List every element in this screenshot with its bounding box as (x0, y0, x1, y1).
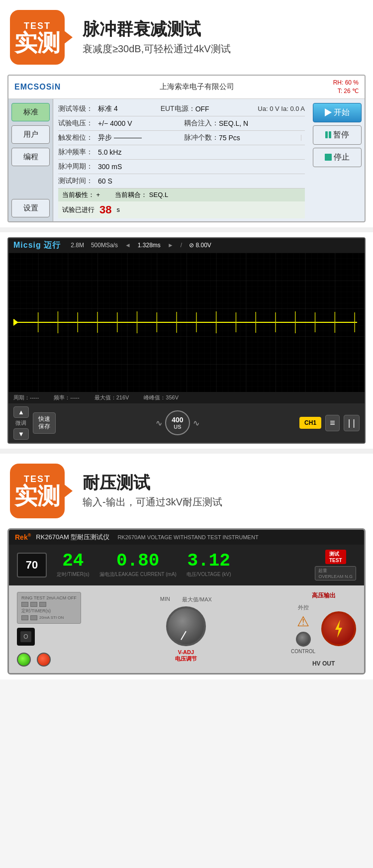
stop-icon (325, 154, 332, 161)
fine-up-btn[interactable]: ▲ (13, 406, 29, 418)
test-badge-1: TEST 实测 (10, 10, 65, 65)
vm-current-label: 漏电流/LEAKAGE CURRENT (mA) (99, 571, 177, 578)
switch-2[interactable] (30, 602, 37, 607)
emc-progress-value: 38 (99, 203, 111, 216)
wave-left-icon: ∿ (156, 418, 162, 428)
fine-tune-group: ▲ 微调 ▼ (13, 406, 29, 440)
osc-header: Micsig 迈行 2.8M 500MSa/s ◄ 1.328ms ► / ⊘ … (8, 238, 365, 253)
vm-readings: 24 定时/TIMER(s) 0.80 漏电流/LEAKAGE CURRENT … (57, 552, 305, 578)
vm-hv-group: 外控 ⚠ CONTROL (291, 604, 356, 654)
vm-knob-area: MIN 最大值/MAX V-ADJ电压调节 (89, 596, 283, 663)
vm-timer: 70 (17, 553, 47, 578)
osc-timebase: 1.328ms (138, 242, 161, 249)
vm-model: RK2670AM 型耐压测试仪 (36, 533, 109, 542)
bottom-gap (0, 679, 373, 689)
vm-body: RING TEST 2mA ACM OFF 定时/TIMER(s) 20mA S… (9, 585, 364, 673)
vm-hv-knob[interactable] (321, 611, 356, 646)
sidebar-btn-user[interactable]: 用户 (11, 125, 50, 144)
timebase-dial[interactable]: 400 US (165, 410, 190, 435)
osc-max: 216V (116, 394, 129, 400)
emc-weather: RH: 60 % T: 26 ℃ (333, 79, 359, 96)
emc-label-4: 脉冲频率： (58, 148, 98, 157)
vm-controls-left: RING TEST 2mA ACM OFF 定时/TIMER(s) 20mA S… (17, 592, 81, 667)
start-button[interactable]: 开始 (313, 103, 362, 122)
emc-row-6: 测试时间： 60 S (58, 174, 305, 189)
emc-value-5: 300 mS (98, 163, 305, 171)
lightning-icon (331, 619, 346, 639)
section1-title: 脉冲群衰减测试 (83, 19, 363, 39)
gap-1 (0, 227, 373, 232)
emc-value-1: 标准 4 (98, 104, 161, 113)
emc-value-pulsecount: 75 Pcs (219, 134, 305, 142)
vm-control-label: CONTROL (291, 649, 315, 654)
knob-indicator (181, 631, 186, 640)
vm-leakage-label: 定时/TIMER(s) (57, 571, 90, 578)
section1-text: 脉冲群衰减测试 衰减度≥30dB,可轻松通过4kV测试 (83, 19, 363, 56)
vm-small-knob[interactable] (296, 632, 311, 647)
osc-period: ----- (30, 394, 39, 400)
switch-3[interactable] (39, 602, 46, 607)
vm-voltage-knob[interactable] (166, 606, 206, 646)
emc-button-panel: 开始 暂停 停止 (310, 99, 365, 221)
ch1-button[interactable]: CH1 (299, 417, 321, 429)
wave-right-icon: ∿ (193, 418, 199, 428)
cursor2-button[interactable]: | | (344, 415, 360, 431)
emc-label-pulsecount: 脉冲个数： (184, 133, 219, 142)
sidebar-spacer (11, 170, 50, 195)
switch-1[interactable] (21, 602, 28, 607)
voltage-meter: Rek® RK2670AM 型耐压测试仪 RK2670AM VOLTAGE WI… (7, 528, 366, 675)
vm-brand: Rek® (15, 533, 31, 541)
emc-label-1: 测试等级： (58, 104, 98, 113)
sidebar-btn-settings[interactable]: 设置 (11, 199, 50, 217)
osc-controls: ▲ 微调 ▼ 快速保存 ∿ 400 US ∿ CH1 ≡ | | (8, 403, 365, 443)
emc-company: 上海索幸电子有限公司 (160, 82, 234, 92)
osc-screen: 1 (8, 253, 365, 392)
fine-down-btn[interactable]: ▼ (13, 428, 29, 440)
emc-status-row: 当前极性： + 当前耦合： SEQ.L (58, 189, 305, 201)
emc-value-eut: OFF (195, 105, 258, 113)
stop-button[interactable]: 停止 (313, 148, 362, 167)
switch-4[interactable] (21, 615, 28, 620)
vm-leakage-value: 24 (62, 552, 84, 570)
emc-main: 测试等级： 标准 4 EUT电源： OFF Ua: 0 V Ia: 0.0 A … (53, 99, 310, 221)
cursor1-button[interactable]: ≡ (325, 415, 340, 431)
emc-right-panel (301, 135, 366, 141)
emc-value-4: 5.0 kHz (98, 148, 305, 156)
vm-current-group: 0.80 漏电流/LEAKAGE CURRENT (mA) (99, 552, 177, 578)
svg-marker-23 (335, 620, 342, 638)
vm-display: 70 24 定时/TIMER(s) 0.80 漏电流/LEAKAGE CURRE… (9, 545, 364, 585)
warning-icon: ⚠ (297, 613, 309, 630)
emc-status-row2: 试验已进行 38 s (58, 201, 305, 218)
osc-sample-rate: 500MSa/s (91, 242, 118, 249)
timebase-group: ∿ 400 US ∿ (60, 410, 295, 435)
emc-row-3: 触发相位： 异步 ———— 脉冲个数： 75 Pcs (58, 131, 305, 145)
osc-memory: 2.8M (71, 242, 84, 249)
emc-logo: EMCSOSiN (14, 83, 61, 92)
osc-footer: 周期：----- 频率：----- 最大值：216V 峰峰值：356V (8, 392, 365, 403)
emc-label-coupling: 耦合注入： (184, 119, 219, 128)
vm-current-value: 0.80 (116, 552, 159, 570)
vm-vadj-label: V-ADJ电压调节 (175, 649, 197, 663)
test-badge-2: TEST 实测 (10, 464, 65, 518)
emc-row-4: 脉冲频率： 5.0 kHz (58, 145, 305, 160)
vm-minmax-label: MIN 最大值/MAX (160, 596, 212, 603)
test-badge-large-2: 实测 (14, 484, 60, 507)
emc-label-3: 触发相位： (58, 133, 98, 142)
play-icon (325, 108, 332, 116)
emc-row-1: 测试等级： 标准 4 EUT电源： OFF Ua: 0 V Ia: 0.0 A (58, 102, 305, 116)
osc-info: 2.8M 500MSa/s ◄ 1.328ms ► / ⊘ 8.00V (71, 242, 211, 249)
start-label: 开始 (334, 107, 350, 118)
emc-sidebar: 标准 用户 编程 设置 (8, 99, 53, 221)
gap-2 (0, 449, 373, 454)
timebase-unit: US (174, 424, 181, 430)
vm-small-panel: RING TEST 2mA ACM OFF 定时/TIMER(s) 20mA S… (17, 592, 81, 624)
sidebar-btn-program[interactable]: 编程 (11, 148, 50, 166)
switch-5[interactable] (30, 615, 37, 620)
timebase-value: 400 (172, 416, 183, 424)
vm-model-en: RK2670AM VOLTAGE WITHSTAND TEST INSTRUME… (117, 534, 258, 540)
osc-freq: ----- (70, 394, 79, 400)
vm-power-switch[interactable]: O (17, 628, 35, 646)
emc-label-eut: EUT电源： (161, 104, 195, 113)
quick-save-btn[interactable]: 快速保存 (33, 412, 56, 434)
sidebar-btn-standard[interactable]: 标准 (11, 103, 50, 121)
